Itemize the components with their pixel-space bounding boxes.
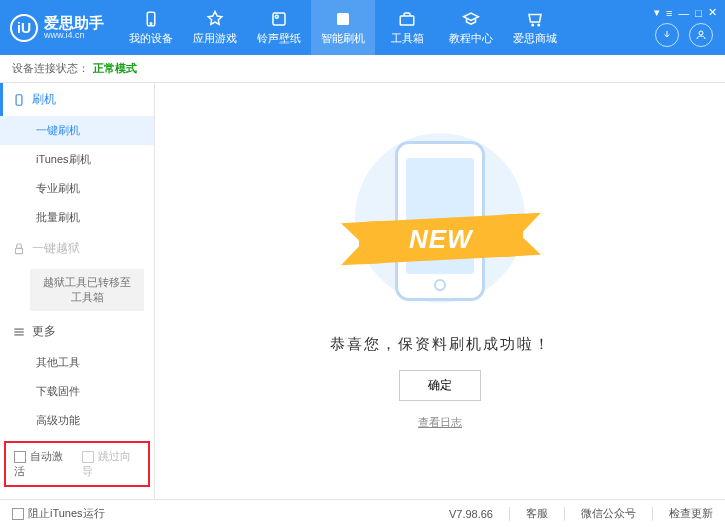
- sidebar-item-pro[interactable]: 专业刷机: [0, 174, 154, 203]
- block-itunes-checkbox[interactable]: 阻止iTunes运行: [12, 506, 105, 521]
- phone-icon: [142, 10, 160, 28]
- nav-flash[interactable]: 智能刷机: [311, 0, 375, 55]
- svg-rect-10: [16, 248, 23, 253]
- download-icon: [661, 29, 673, 41]
- new-ribbon: NEW: [359, 214, 523, 265]
- app-subtitle: www.i4.cn: [44, 30, 104, 40]
- app-header: iU 爱思助手 www.i4.cn 我的设备 应用游戏 铃声壁纸 智能刷机 工具…: [0, 0, 725, 55]
- sidebar-item-oneclick[interactable]: 一键刷机: [0, 116, 154, 145]
- sidebar-item-itunes[interactable]: iTunes刷机: [0, 145, 154, 174]
- flash-icon: [12, 93, 26, 107]
- sidebar-item-batch[interactable]: 批量刷机: [0, 203, 154, 232]
- logo-icon: iU: [10, 14, 38, 42]
- nav-store[interactable]: 爱思商城: [503, 0, 567, 55]
- nav-my-device[interactable]: 我的设备: [119, 0, 183, 55]
- refresh-icon: [334, 10, 352, 28]
- download-button[interactable]: [655, 23, 679, 47]
- svg-point-7: [538, 24, 540, 26]
- success-message: 恭喜您，保资料刷机成功啦！: [330, 335, 551, 354]
- main-content: NEW 恭喜您，保资料刷机成功啦！ 确定 查看日志: [155, 83, 725, 499]
- footer-link-wechat[interactable]: 微信公众号: [581, 506, 636, 521]
- user-icon: [695, 29, 707, 41]
- version-label: V7.98.66: [449, 508, 493, 520]
- auto-activate-checkbox[interactable]: 自动激活: [14, 449, 72, 479]
- logo-area: iU 爱思助手 www.i4.cn: [10, 14, 104, 42]
- top-nav: 我的设备 应用游戏 铃声壁纸 智能刷机 工具箱 教程中心 爱思商城: [119, 0, 567, 55]
- settings-icon[interactable]: ≡: [666, 7, 672, 19]
- svg-rect-5: [400, 16, 414, 25]
- sidebar-item-advanced[interactable]: 高级功能: [0, 406, 154, 435]
- cart-icon: [526, 10, 544, 28]
- status-value: 正常模式: [93, 61, 137, 76]
- footer-link-update[interactable]: 检查更新: [669, 506, 713, 521]
- svg-point-6: [532, 24, 534, 26]
- sidebar-group-more[interactable]: 更多: [0, 315, 154, 348]
- close-icon[interactable]: ✕: [708, 6, 717, 19]
- svg-point-1: [150, 22, 152, 24]
- svg-point-3: [275, 15, 278, 18]
- menu-icon[interactable]: ▾: [654, 6, 660, 19]
- sidebar-item-download-fw[interactable]: 下载固件: [0, 377, 154, 406]
- user-button[interactable]: [689, 23, 713, 47]
- sidebar-item-other[interactable]: 其他工具: [0, 348, 154, 377]
- window-controls: ▾ ≡ — □ ✕: [654, 6, 717, 19]
- footer-link-support[interactable]: 客服: [526, 506, 548, 521]
- image-icon: [270, 10, 288, 28]
- app-icon: [206, 10, 224, 28]
- svg-rect-2: [273, 13, 285, 25]
- app-title: 爱思助手: [44, 15, 104, 30]
- sidebar-group-flash[interactable]: 刷机: [0, 83, 154, 116]
- footer: 阻止iTunes运行 V7.98.66 客服 微信公众号 检查更新: [0, 499, 725, 527]
- jailbreak-note: 越狱工具已转移至工具箱: [30, 269, 144, 311]
- view-log-link[interactable]: 查看日志: [418, 415, 462, 430]
- maximize-icon[interactable]: □: [695, 7, 702, 19]
- success-illustration: NEW: [345, 123, 535, 313]
- minimize-icon[interactable]: —: [678, 7, 689, 19]
- nav-tutorials[interactable]: 教程中心: [439, 0, 503, 55]
- more-icon: [12, 325, 26, 339]
- nav-toolbox[interactable]: 工具箱: [375, 0, 439, 55]
- options-box: 自动激活 跳过向导: [4, 441, 150, 487]
- svg-point-8: [699, 31, 703, 35]
- nav-apps[interactable]: 应用游戏: [183, 0, 247, 55]
- status-label: 设备连接状态：: [12, 61, 89, 76]
- graduation-icon: [462, 10, 480, 28]
- svg-rect-4: [337, 13, 349, 25]
- skip-setup-checkbox[interactable]: 跳过向导: [82, 449, 140, 479]
- toolbox-icon: [398, 10, 416, 28]
- svg-rect-9: [16, 94, 22, 105]
- lock-icon: [12, 242, 26, 256]
- sidebar-group-jailbreak: 一键越狱: [0, 232, 154, 265]
- sidebar: 刷机 一键刷机 iTunes刷机 专业刷机 批量刷机 一键越狱 越狱工具已转移至…: [0, 83, 155, 499]
- status-bar: 设备连接状态： 正常模式: [0, 55, 725, 83]
- nav-ringtones[interactable]: 铃声壁纸: [247, 0, 311, 55]
- ok-button[interactable]: 确定: [399, 370, 481, 401]
